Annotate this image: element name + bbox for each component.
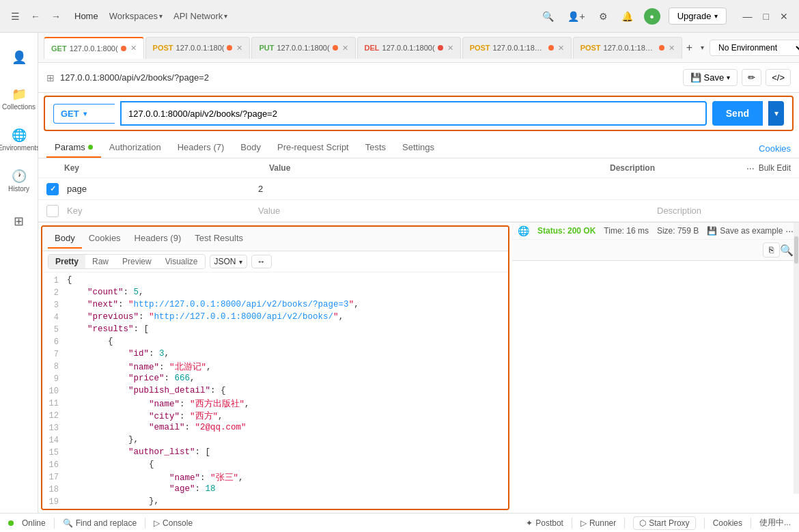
environments-icon: 🌐 [12, 128, 27, 143]
code-line-18: 18 "age": 18 [42, 484, 508, 496]
tab-overflow-button[interactable]: ▾ [698, 41, 707, 54]
find-replace-button[interactable]: 🔍 Find and replace [63, 518, 137, 528]
upgrade-button[interactable]: Upgrade ▾ [669, 8, 727, 25]
code-line-9: 9 "price": 666, [42, 374, 508, 386]
method-select[interactable]: GET ▾ [53, 104, 115, 124]
save-button[interactable]: 💾 Save ▾ [683, 69, 738, 86]
resp-tab-headers[interactable]: Headers (9) [128, 229, 188, 249]
tab-params[interactable]: Params [46, 138, 101, 158]
tab-dot-6 [659, 45, 664, 51]
tab-close-2[interactable]: ✕ [236, 44, 242, 53]
code-line-2: 2 "count": 5, [42, 288, 508, 300]
workspaces-link[interactable]: Workspaces ▾ [109, 11, 163, 21]
edit-button[interactable]: ✏ [742, 69, 761, 86]
param-row-1: ✓ page 2 [38, 178, 799, 200]
code-line-4: 4 "previous": "http://127.0.0.1:8000/api… [42, 312, 508, 324]
tab-tests[interactable]: Tests [357, 138, 394, 158]
right-scrollbar [794, 223, 799, 494]
param-desc-empty[interactable]: Description [654, 203, 791, 219]
minimize-button[interactable]: — [740, 8, 755, 25]
send-button[interactable]: Send [712, 101, 763, 126]
tab-dot-2 [227, 45, 232, 51]
start-proxy-button[interactable]: ⬡ Start Proxy [633, 516, 695, 530]
history-label: History [8, 185, 29, 193]
param-checkbox-empty[interactable] [46, 205, 59, 217]
add-user-icon[interactable]: 👤+ [565, 8, 587, 25]
param-checkbox-1[interactable]: ✓ [46, 183, 59, 195]
cookies-link[interactable]: Cookies [759, 139, 791, 158]
postbot-button[interactable]: ✦ Postbot [526, 518, 563, 528]
code-line-3: 3 "next": "http://127.0.0.1:8000/api/v2/… [42, 300, 508, 312]
nav-forward-icon[interactable]: → [48, 8, 64, 25]
tab-put-1[interactable]: PUT 127.0.0.1:1800( ✕ [251, 37, 355, 59]
tab-close-6[interactable]: ✕ [669, 44, 675, 53]
sidebar-item-environments[interactable]: 🌐 Environments [3, 120, 36, 158]
save-icon: 💾 [690, 72, 701, 83]
menu-icon[interactable]: ☰ [8, 8, 23, 25]
code-line-10: 10 "publish_detail": { [42, 386, 508, 398]
param-value-1[interactable]: 2 [255, 181, 654, 197]
avatar-icon[interactable]: ● [644, 8, 660, 25]
scrollbar-thumb[interactable] [794, 236, 798, 264]
resp-tab-body[interactable]: Body [48, 229, 82, 249]
content: GET 127.0.0.1:800( ✕ POST 127.0.0.1:180(… [38, 33, 799, 513]
format-pretty[interactable]: Pretty [48, 255, 85, 268]
tab-post-1[interactable]: POST 127.0.0.1:180( ✕ [145, 37, 251, 59]
param-desc-1[interactable] [654, 186, 791, 192]
wrap-button[interactable]: ↔ [251, 255, 272, 268]
runner-button[interactable]: ▷ Runner [580, 518, 616, 528]
send-arrow-button[interactable]: ▾ [768, 101, 784, 126]
tab-post-2[interactable]: POST 127.0.0.1:1800( ✕ [462, 37, 572, 59]
tab-close-5[interactable]: ✕ [558, 44, 564, 53]
resp-tab-test-results[interactable]: Test Results [188, 229, 250, 249]
other-button[interactable]: 使用中... [759, 517, 791, 529]
format-visualize[interactable]: Visualize [158, 255, 205, 268]
params-header: Key Value Description ··· Bulk Edit [38, 158, 799, 178]
sidebar-item-collections[interactable]: 📁 Collections [3, 79, 36, 117]
param-value-empty[interactable]: Value [255, 203, 654, 219]
tab-body[interactable]: Body [232, 138, 269, 158]
format-preview[interactable]: Preview [115, 255, 158, 268]
param-key-empty[interactable]: Key [64, 203, 255, 219]
home-link[interactable]: Home [74, 11, 98, 21]
settings-icon[interactable]: ⚙ [596, 8, 611, 25]
nav-back-icon[interactable]: ← [28, 8, 43, 25]
code-view[interactable]: 1 { 2 "count": 5, 3 "next": "http://127.… [42, 272, 508, 509]
tab-headers[interactable]: Headers (7) [169, 138, 233, 158]
tab-settings[interactable]: Settings [394, 138, 443, 158]
search-response-button[interactable]: 🔍 [780, 244, 794, 257]
bell-icon[interactable]: 🔔 [619, 8, 636, 25]
tab-authorization[interactable]: Authorization [101, 138, 169, 158]
tab-close-4[interactable]: ✕ [447, 44, 453, 53]
url-input[interactable] [122, 104, 705, 123]
save-example-button[interactable]: 💾 Save as example ··· [707, 225, 794, 236]
search-icon[interactable]: 🔍 [539, 8, 557, 25]
console-button[interactable]: ▷ Console [154, 518, 193, 528]
url-input-wrapper [120, 101, 707, 126]
param-key-1[interactable]: page [64, 181, 255, 197]
tab-get-1[interactable]: GET 127.0.0.1:800( ✕ [44, 37, 144, 59]
bulk-edit-button[interactable]: ··· Bulk Edit [746, 163, 791, 173]
tab-del-1[interactable]: DEL 127.0.0.1:1800( ✕ [357, 37, 461, 59]
code-button[interactable]: </> [766, 69, 791, 86]
tab-close-3[interactable]: ✕ [342, 44, 348, 53]
collections-label: Collections [2, 103, 36, 111]
request-tabs: Params Authorization Headers (7) Body Pr… [38, 134, 799, 158]
copy-button[interactable]: ⎘ [763, 242, 780, 257]
environment-select[interactable]: No Environment [710, 40, 799, 56]
response-left: Body Cookies Headers (9) Test Results Pr… [41, 225, 509, 510]
resp-tab-cookies[interactable]: Cookies [82, 229, 128, 249]
add-tab-button[interactable]: + [684, 39, 695, 57]
tab-post-3[interactable]: POST 127.0.0.1:1800( ✕ [573, 37, 682, 59]
sidebar-item-history[interactable]: 🕐 History [3, 161, 36, 199]
api-network-link[interactable]: API Network ▾ [173, 11, 227, 21]
close-button[interactable]: ✕ [777, 8, 791, 25]
maximize-button[interactable]: □ [761, 8, 772, 25]
sidebar-item-other[interactable]: ⊞ [3, 202, 36, 240]
sidebar-item-profile[interactable]: 👤 [3, 38, 36, 76]
cookies-button[interactable]: Cookies [713, 518, 742, 528]
tab-close-1[interactable]: ✕ [130, 44, 137, 53]
format-raw[interactable]: Raw [85, 255, 115, 268]
tab-pre-request[interactable]: Pre-request Script [269, 138, 357, 158]
json-format-select[interactable]: JSON ▾ [210, 255, 247, 268]
